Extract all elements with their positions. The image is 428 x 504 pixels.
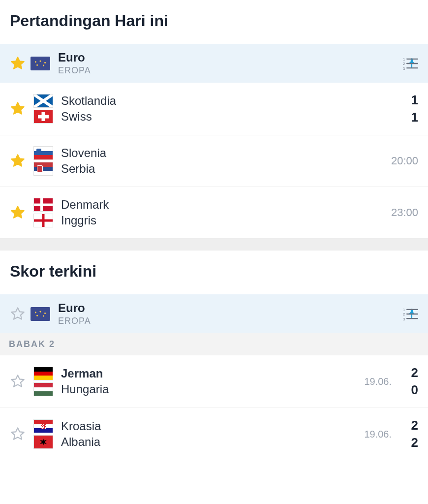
star-icon[interactable] — [10, 426, 26, 442]
league-region: EROPA — [58, 316, 397, 326]
match-scores: 1 1 — [407, 92, 418, 126]
league-text: Euro EROPA — [58, 301, 397, 326]
svg-text:1: 1 — [403, 58, 405, 61]
match-time: 23:00 — [391, 206, 418, 219]
team-home: Jerman — [33, 367, 364, 380]
match-row[interactable]: Kroasia Albania 19.06. 2 2 — [0, 408, 428, 460]
score-away: 1 — [411, 110, 418, 125]
team-name: Denmark — [61, 198, 109, 212]
team-away: Hungaria — [33, 382, 364, 396]
star-icon[interactable] — [10, 56, 26, 71]
flag-icon — [33, 367, 53, 380]
section-title: Skor terkini — [0, 251, 428, 294]
team-name: Jerman — [61, 367, 103, 380]
standings-icon[interactable]: 1 2 3 — [402, 307, 418, 321]
standings-icon[interactable]: 1 2 3 — [402, 57, 418, 70]
svg-text:3: 3 — [403, 66, 405, 70]
league-region: EROPA — [58, 65, 397, 76]
score-home: 2 — [411, 418, 418, 433]
team-name: Serbia — [61, 162, 95, 176]
match-teams: Jerman Hungaria — [33, 365, 364, 398]
match-right: 20:00 — [391, 155, 418, 167]
league-header[interactable]: Euro EROPA 1 2 3 — [0, 44, 428, 83]
match-date: 19.06. — [364, 376, 392, 387]
match-teams: Skotlandia Swiss — [33, 92, 407, 126]
match-teams: Slovenia Serbia — [33, 144, 391, 178]
round-header: BABAK 2 — [0, 333, 428, 355]
score-away: 0 — [411, 382, 418, 398]
score-home: 1 — [411, 93, 418, 108]
team-name: Kroasia — [61, 419, 101, 433]
section-gap — [0, 239, 428, 251]
league-text: Euro EROPA — [58, 51, 397, 76]
star-icon[interactable] — [10, 101, 26, 117]
star-icon[interactable] — [10, 306, 26, 322]
league-flag-icon — [31, 57, 50, 70]
league-name: Euro — [58, 301, 397, 315]
team-home: Denmark — [33, 198, 391, 212]
svg-text:3: 3 — [403, 317, 405, 320]
svg-text:2: 2 — [403, 313, 405, 316]
star-icon[interactable] — [10, 374, 26, 389]
flag-icon — [33, 198, 53, 212]
match-teams: Denmark Inggris — [33, 196, 391, 229]
flag-icon — [33, 435, 53, 449]
team-home: Slovenia — [33, 146, 391, 160]
flag-icon — [33, 419, 53, 433]
league-name: Euro — [58, 51, 397, 64]
score-home: 2 — [411, 365, 418, 380]
team-name: Inggris — [61, 214, 96, 227]
flag-icon — [33, 162, 53, 176]
match-row[interactable]: Jerman Hungaria 19.06. 2 0 — [0, 355, 428, 408]
flag-icon — [33, 110, 53, 124]
team-away: Albania — [33, 435, 364, 449]
match-right: 19.06. 2 2 — [364, 417, 418, 451]
section-title: Pertandingan Hari ini — [0, 0, 428, 44]
league-header[interactable]: Euro EROPA 1 2 3 — [0, 294, 428, 333]
match-right: 19.06. 2 0 — [364, 364, 418, 399]
star-icon[interactable] — [10, 153, 26, 169]
team-name: Slovenia — [61, 146, 106, 160]
star-icon[interactable] — [10, 205, 26, 220]
team-name: Hungaria — [61, 382, 109, 396]
match-teams: Kroasia Albania — [33, 417, 364, 451]
match-scores: 2 0 — [407, 364, 418, 399]
team-away: Swiss — [33, 110, 407, 124]
match-right: 23:00 — [391, 206, 418, 219]
team-name: Swiss — [61, 110, 92, 124]
flag-icon — [33, 382, 53, 396]
match-row[interactable]: Denmark Inggris 23:00 — [0, 187, 428, 239]
match-right: 1 1 — [407, 92, 418, 126]
match-time: 20:00 — [391, 155, 418, 167]
flag-icon — [33, 94, 53, 108]
team-home: Skotlandia — [33, 94, 407, 108]
team-away: Serbia — [33, 162, 391, 176]
svg-text:2: 2 — [403, 62, 405, 65]
match-date: 19.06. — [364, 429, 392, 440]
team-away: Inggris — [33, 214, 391, 227]
match-scores: 2 2 — [407, 417, 418, 451]
svg-text:1: 1 — [403, 308, 405, 312]
team-home: Kroasia — [33, 419, 364, 433]
league-flag-icon — [31, 307, 50, 321]
score-away: 2 — [411, 435, 418, 450]
flag-icon — [33, 214, 53, 227]
match-row[interactable]: Slovenia Serbia 20:00 — [0, 135, 428, 187]
team-name: Skotlandia — [61, 94, 116, 108]
flag-icon — [33, 146, 53, 160]
match-row[interactable]: Skotlandia Swiss 1 1 — [0, 83, 428, 135]
team-name: Albania — [61, 435, 100, 449]
